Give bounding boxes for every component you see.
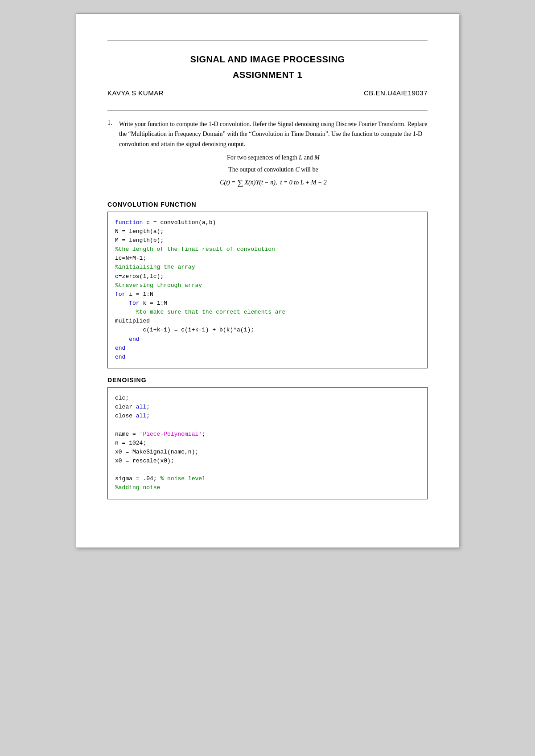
main-title: SIGNAL AND IMAGE PROCESSING xyxy=(107,54,428,65)
denoising-code-block: clc; clear all; close all; name = 'Piece… xyxy=(107,387,428,499)
cm-2: %initialising the array xyxy=(115,264,195,270)
student-name: KAVYA S KUMAR xyxy=(107,89,164,97)
kw-end2: end xyxy=(115,345,125,351)
dn-2: clear xyxy=(115,404,136,410)
nm-3: M = length(b); xyxy=(115,237,164,244)
nm-9: c(i+k-1) = c(i+k-1) + b(k)*a(i); xyxy=(143,327,254,333)
top-rule xyxy=(107,41,428,41)
page: SIGNAL AND IMAGE PROCESSING ASSIGNMENT 1… xyxy=(76,13,459,548)
student-id: CB.EN.U4AIE19037 xyxy=(364,89,428,97)
nm-2: N = length(a); xyxy=(115,228,164,235)
convolution-label: CONVOLUTION FUNCTION xyxy=(107,201,428,208)
dn-3: close xyxy=(115,413,136,419)
kw-end3: end xyxy=(115,354,125,360)
nm-4: lc=N+M-1; xyxy=(115,255,146,262)
bottom-rule xyxy=(107,110,428,110)
subtitle: ASSIGNMENT 1 xyxy=(107,70,428,80)
dn-4: name = xyxy=(115,431,140,437)
dn-cm2: %adding noise xyxy=(115,484,160,491)
dn-7: x0 = rescale(x0); xyxy=(115,458,174,464)
denoising-label: DENOISING xyxy=(107,376,428,384)
question-section: 1. Write your function to compute the 1-… xyxy=(107,119,428,499)
dn-cm1: % noise level xyxy=(160,475,205,482)
dn-4b: ; xyxy=(202,431,206,437)
dn-2b: ; xyxy=(146,404,150,410)
convolution-code-block: function c = convolution(a,b) N = length… xyxy=(107,212,428,368)
cm-4: %to make sure that the correct elements … xyxy=(136,309,285,315)
dn-8: sigma = .04; xyxy=(115,475,160,482)
nm-7: k = 1:M xyxy=(140,300,167,306)
dn-3b: ; xyxy=(146,413,150,419)
dn-5: n = 1024; xyxy=(115,440,146,446)
question-body: Write your function to compute the 1-D c… xyxy=(119,119,428,193)
nm-6: i = 1:N xyxy=(125,291,153,298)
nm-8: multiplied xyxy=(115,318,150,324)
dn-6: x0 = MakeSignal(name,n); xyxy=(115,449,198,455)
question-paragraph: Write your function to compute the 1-D c… xyxy=(119,119,428,149)
math-line2: The output of convolution C will be xyxy=(119,165,428,175)
question-item: 1. Write your function to compute the 1-… xyxy=(107,119,428,193)
nm-1: c = convolution(a,b) xyxy=(143,219,216,226)
kw-for2: for xyxy=(129,300,139,306)
nm-5: c=zeros(1,lc); xyxy=(115,273,164,280)
cm-3: %traversing through array xyxy=(115,282,202,289)
math-line1: For two sequences of length L and M xyxy=(119,153,428,163)
kw-function: function xyxy=(115,219,143,226)
dn-kw-all2: all xyxy=(136,413,146,419)
kw-for1: for xyxy=(115,291,125,298)
kw-end1: end xyxy=(129,336,139,343)
dn-1: clc; xyxy=(115,395,129,401)
question-number: 1. xyxy=(107,119,116,193)
cm-1: %the length of the final result of convo… xyxy=(115,246,275,253)
title-section: SIGNAL AND IMAGE PROCESSING ASSIGNMENT 1 xyxy=(107,54,428,80)
dn-kw-all1: all xyxy=(136,404,146,410)
math-formula: C(t) = ∑ X(n)Y(t − n), t = 0 to L + M − … xyxy=(119,176,428,189)
dn-str1: 'Piece-Polynomial' xyxy=(140,431,202,437)
student-row: KAVYA S KUMAR CB.EN.U4AIE19037 xyxy=(107,89,428,97)
math-block: For two sequences of length L and M The … xyxy=(119,153,428,189)
